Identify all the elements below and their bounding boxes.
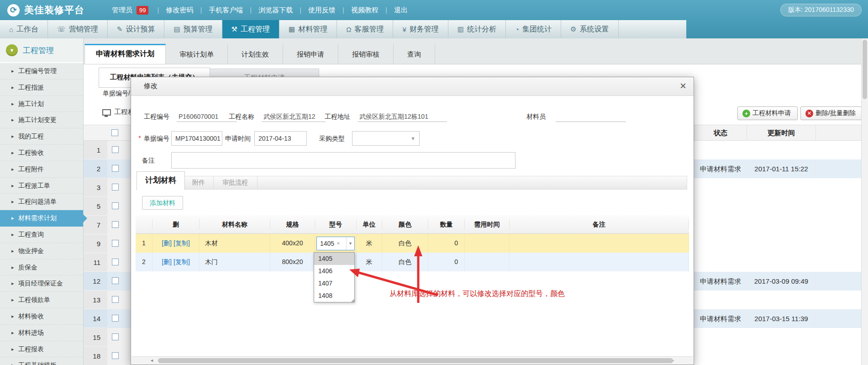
delete-batch-button[interactable]: ✕ 删除/批量删除: [800, 106, 862, 120]
sidebar-item-material-acceptance[interactable]: 材料验收: [0, 308, 83, 325]
row-checkbox[interactable]: [112, 259, 119, 265]
row-checkbox[interactable]: [112, 333, 119, 340]
order-no-input[interactable]: MP1704130001: [171, 131, 222, 146]
video-tutorial-link[interactable]: 视频教程: [336, 6, 379, 15]
logout-link[interactable]: 退出: [379, 6, 408, 15]
nav-group-stats[interactable]: ◔集团统计: [506, 20, 561, 38]
sidebar-item-base-template[interactable]: 工程基础模板: [0, 357, 83, 365]
material-row[interactable]: 1 [删][复制] 木材 400x20 1405 × ▼ 米 白色 0: [136, 234, 689, 253]
sidebar-item-pm-deposit[interactable]: 项目经理保证金: [0, 275, 83, 292]
row-checkbox[interactable]: [112, 202, 119, 209]
copy-link[interactable]: [复制]: [174, 239, 190, 247]
material-qty[interactable]: 0: [428, 253, 465, 271]
dropdown-option[interactable]: 1406: [314, 265, 354, 277]
dialog-header[interactable]: 修改 ×: [131, 77, 694, 96]
sidebar-item-material-demand-plan[interactable]: 材料需求计划: [0, 210, 83, 227]
row-checkbox[interactable]: [112, 184, 119, 190]
header-qty: 数量: [428, 219, 465, 229]
sidebar-item-work-order[interactable]: 工程派工单: [0, 178, 83, 194]
sidebar-item-project-no[interactable]: 工程编号管理: [0, 63, 83, 79]
nav-design-budget[interactable]: ✎设计预算: [108, 20, 165, 38]
mobile-client-link[interactable]: 手机客户端: [193, 6, 243, 15]
nav-finance[interactable]: ¥财务管理: [393, 20, 448, 38]
dropdown-option[interactable]: 1407: [314, 277, 354, 290]
sidebar-item-assign[interactable]: 工程指派: [0, 79, 83, 96]
sidebar-item-project-report[interactable]: 工程报表: [0, 341, 83, 358]
sidebar-item-issue-list[interactable]: 工程问题清单: [0, 194, 83, 210]
nav-budget[interactable]: ▤预算管理: [164, 20, 222, 38]
add-material-button[interactable]: 添加材料: [142, 196, 183, 210]
delete-link[interactable]: [删]: [162, 258, 172, 265]
project-name-label: 工程名称: [229, 111, 254, 122]
sidebar-item-property-deposit[interactable]: 物业押金: [0, 243, 83, 259]
tab-attachments[interactable]: 附件: [184, 176, 214, 190]
material-row[interactable]: 2 [删][复制] 木门 800x20 米 白色 0: [136, 253, 689, 271]
material-qty[interactable]: 0: [428, 234, 465, 253]
tab-reimburse-apply[interactable]: 报销申请: [283, 44, 338, 64]
row-checkbox[interactable]: [112, 277, 119, 284]
remark-input[interactable]: [171, 152, 516, 169]
nav-material[interactable]: ▦材料管理: [279, 20, 337, 38]
select-all-checkbox[interactable]: [111, 129, 118, 136]
nav-workbench[interactable]: ⌂工作台: [0, 20, 48, 38]
nav-marketing[interactable]: ☏营销管理: [48, 20, 108, 38]
tab-plan-materials[interactable]: 计划材料: [137, 171, 185, 190]
nav-statistics[interactable]: ▥统计分析: [448, 20, 506, 38]
sidebar-item-acceptance[interactable]: 工程验收: [0, 145, 83, 161]
scroll-left-icon[interactable]: ◄: [150, 358, 154, 363]
material-need-time[interactable]: [465, 234, 510, 253]
resize-grip-icon[interactable]: ◢: [351, 298, 354, 302]
close-icon[interactable]: ×: [680, 79, 686, 92]
sidebar-item-my-projects[interactable]: 我的工程: [0, 128, 83, 145]
tab-apply-material-plan[interactable]: 申请材料需求计划: [84, 44, 166, 64]
clear-icon[interactable]: ×: [337, 237, 340, 250]
row-checkbox[interactable]: [112, 240, 119, 247]
row-checkbox-cell: [107, 197, 132, 216]
nav-settings[interactable]: ⚙系统设置: [561, 20, 618, 38]
row-checkbox[interactable]: [112, 315, 119, 322]
chevron-down-icon[interactable]: ▼: [346, 237, 354, 250]
tab-reimburse-review[interactable]: 报销审核: [338, 44, 394, 64]
horizontal-scrollbar[interactable]: ◄ ►: [132, 356, 693, 365]
change-password-link[interactable]: 修改密码: [150, 6, 193, 15]
material-apply-button[interactable]: + 工程材料申请: [737, 106, 798, 120]
tab-approval-flow[interactable]: 审批流程: [213, 176, 258, 190]
apply-date-input[interactable]: 2017-04-13: [254, 131, 307, 146]
row-checkbox[interactable]: [112, 221, 119, 228]
material-remark[interactable]: [510, 234, 689, 253]
sidebar-header[interactable]: ▼ 工程管理: [0, 38, 83, 63]
sidebar-item-plan-change[interactable]: 施工计划变更: [0, 112, 83, 128]
row-checkbox[interactable]: [112, 296, 119, 303]
sidebar-item-payment-order[interactable]: 工程领款单: [0, 292, 83, 308]
row-checkbox[interactable]: [112, 165, 119, 172]
header-name: 材料名称: [200, 219, 270, 229]
dropdown-option[interactable]: 1405: [314, 253, 354, 265]
tab-query[interactable]: 查询: [394, 44, 435, 64]
tab-review-plan[interactable]: 审核计划单: [166, 44, 228, 64]
vertical-scrollbar[interactable]: [861, 38, 868, 365]
dropdown-option[interactable]: 1408: [314, 290, 354, 302]
sidebar-item-construction-plan[interactable]: 施工计划: [0, 96, 83, 112]
model-combobox[interactable]: 1405 × ▼: [316, 237, 355, 250]
feedback-link[interactable]: 使用反馈: [293, 6, 336, 15]
nav-project[interactable]: ⚒工程管理: [222, 20, 279, 38]
copy-link[interactable]: [复制]: [174, 258, 190, 265]
user-name[interactable]: 管理员: [112, 6, 132, 15]
material-need-time[interactable]: [465, 253, 510, 271]
tab-plan-effective[interactable]: 计划生效: [228, 44, 283, 64]
delete-link[interactable]: [删]: [162, 239, 172, 247]
sidebar-item-warranty[interactable]: 质保金: [0, 259, 83, 276]
sidebar-item-attachments[interactable]: 工程附件: [0, 161, 83, 178]
row-checkbox[interactable]: [112, 146, 119, 153]
sidebar-item-project-query[interactable]: 工程查询: [0, 227, 83, 243]
sidebar-item-material-entry[interactable]: 材料进场: [0, 325, 83, 341]
nav-service[interactable]: Ω客服管理: [337, 20, 393, 38]
scrollbar-thumb[interactable]: [863, 40, 867, 99]
browser-download-link[interactable]: 浏览器下载: [243, 6, 293, 15]
material-remark[interactable]: [510, 253, 689, 271]
row-checkbox[interactable]: [112, 352, 119, 359]
app-logo-text: 美佳装修平台: [24, 4, 84, 16]
purchase-type-select[interactable]: ▼: [352, 131, 420, 146]
scrollbar-thumb[interactable]: [158, 358, 673, 363]
row-update-time: 2017-03-15 11:39: [747, 309, 816, 328]
